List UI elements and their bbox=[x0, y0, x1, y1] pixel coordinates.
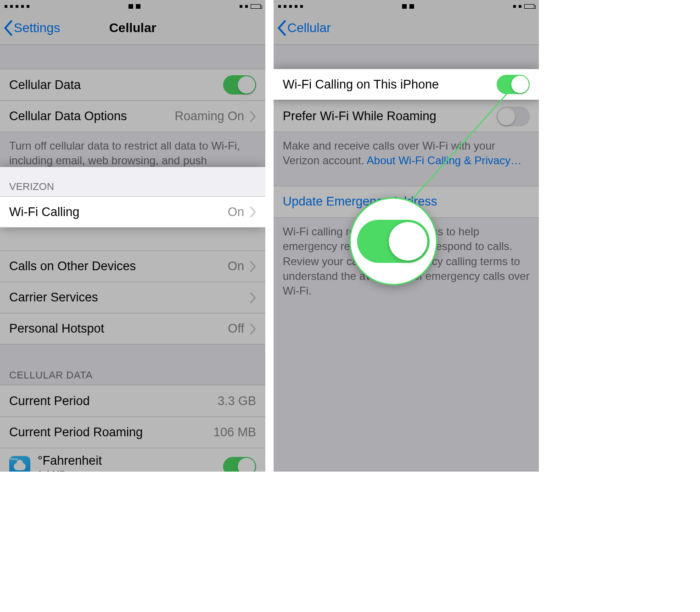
cellular-data-toggle[interactable] bbox=[223, 75, 256, 95]
app-fahrenheit-row[interactable]: Now °Fahrenheit 1.4 MB bbox=[0, 448, 265, 472]
personal-hotspot-label: Personal Hotspot bbox=[9, 322, 228, 336]
wifi-calling-row[interactable]: Wi-Fi Calling On bbox=[0, 196, 265, 228]
chevron-right-icon bbox=[250, 261, 256, 272]
back-label: Settings bbox=[14, 21, 60, 35]
prefer-wifi-roaming-row[interactable]: Prefer Wi-Fi While Roaming bbox=[274, 100, 539, 132]
current-period-row: Current Period 3.3 GB bbox=[0, 385, 265, 417]
back-button[interactable]: Cellular bbox=[277, 11, 331, 45]
chevron-right-icon bbox=[250, 111, 256, 122]
about-wifi-calling-link[interactable]: About Wi-Fi Calling & Privacy… bbox=[367, 154, 521, 167]
wifi-calling-footer: Make and receive calls over Wi-Fi with y… bbox=[274, 132, 539, 175]
current-period-roaming-row: Current Period Roaming 106 MB bbox=[0, 417, 265, 448]
current-period-roaming-label: Current Period Roaming bbox=[9, 425, 213, 440]
phone-wifi-calling: Cellular Prefer Wi-Fi While Roaming Make… bbox=[274, 0, 539, 472]
status-bar bbox=[274, 0, 539, 11]
chevron-right-icon bbox=[250, 292, 256, 303]
personal-hotspot-value: Off bbox=[228, 322, 244, 336]
page-title: Cellular bbox=[109, 21, 157, 35]
cellular-data-label: Cellular Data bbox=[9, 78, 223, 92]
toggle-magnifier-callout bbox=[349, 197, 437, 285]
cellular-data-options-row[interactable]: Cellular Data Options Roaming On bbox=[0, 100, 265, 132]
app-toggle[interactable] bbox=[223, 457, 256, 472]
chevron-left-icon bbox=[277, 20, 286, 36]
current-period-value: 3.3 GB bbox=[218, 394, 256, 408]
wifi-calling-iphone-label: Wi-Fi Calling on This iPhone bbox=[283, 78, 497, 92]
wifi-calling-label: Wi-Fi Calling bbox=[9, 205, 228, 219]
current-period-roaming-value: 106 MB bbox=[213, 425, 256, 440]
back-label: Cellular bbox=[287, 21, 331, 35]
app-name: °Fahrenheit bbox=[38, 454, 223, 468]
calls-other-value: On bbox=[228, 259, 244, 273]
calls-other-label: Calls on Other Devices bbox=[9, 259, 228, 273]
back-button[interactable]: Settings bbox=[4, 11, 60, 45]
wifi-calling-iphone-toggle[interactable] bbox=[497, 75, 530, 94]
app-icon: Now bbox=[9, 456, 30, 472]
prefer-wifi-roaming-toggle[interactable] bbox=[497, 107, 530, 126]
personal-hotspot-row[interactable]: Personal Hotspot Off bbox=[0, 313, 265, 344]
wifi-calling-value: On bbox=[228, 205, 244, 219]
current-period-label: Current Period bbox=[9, 394, 218, 408]
cellular-data-options-value: Roaming On bbox=[174, 109, 244, 123]
verizon-header-highlight: VERIZON bbox=[0, 167, 265, 196]
prefer-wifi-roaming-label: Prefer Wi-Fi While Roaming bbox=[283, 109, 497, 123]
toggle-on-icon bbox=[357, 220, 430, 263]
phone-cellular-settings: Settings Cellular Cellular Data Cellular… bbox=[0, 0, 265, 472]
chevron-right-icon bbox=[250, 206, 256, 217]
chevron-left-icon bbox=[4, 20, 13, 36]
cellular-data-section-header: CELLULAR DATA bbox=[0, 345, 265, 385]
wifi-calling-iphone-row[interactable]: Wi-Fi Calling on This iPhone bbox=[274, 69, 539, 100]
status-bar bbox=[0, 0, 265, 11]
cellular-data-options-label: Cellular Data Options bbox=[9, 109, 174, 123]
navbar: Settings Cellular bbox=[0, 11, 265, 45]
calls-other-devices-row[interactable]: Calls on Other Devices On bbox=[0, 250, 265, 282]
carrier-services-label: Carrier Services bbox=[9, 290, 250, 305]
navbar: Cellular bbox=[274, 11, 539, 45]
cellular-data-row[interactable]: Cellular Data bbox=[0, 69, 265, 100]
chevron-right-icon bbox=[250, 323, 256, 334]
carrier-services-row[interactable]: Carrier Services bbox=[0, 282, 265, 313]
